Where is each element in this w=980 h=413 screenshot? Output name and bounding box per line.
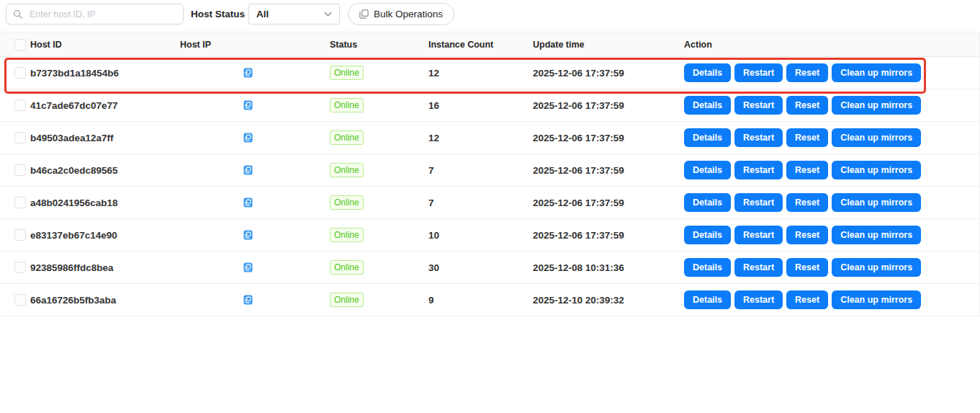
bulk-operations-label: Bulk Operations xyxy=(374,9,443,19)
action-clean-up-mirrors-button[interactable]: Clean up mirrors xyxy=(832,63,921,82)
action-clean-up-mirrors-button[interactable]: Clean up mirrors xyxy=(832,128,921,147)
chevron-down-icon xyxy=(323,9,333,19)
bulk-operations-icon xyxy=(359,9,369,19)
action-reset-button[interactable]: Reset xyxy=(786,290,828,309)
host-status-label: Host Status xyxy=(191,0,245,29)
host-id-value: b49503adea12a7ff xyxy=(30,133,114,143)
action-restart-button[interactable]: Restart xyxy=(734,290,783,309)
column-header-instance-count: Instance Count xyxy=(428,40,533,50)
table-row: 92385986ffdc8bea Online 30 2025-12-08 10… xyxy=(0,252,979,284)
status-badge: Online xyxy=(330,195,364,210)
row-checkbox[interactable] xyxy=(14,132,26,143)
status-badge: Online xyxy=(330,130,364,145)
action-details-button[interactable]: Details xyxy=(684,193,731,212)
update-time-value: 2025-12-10 20:39:32 xyxy=(533,295,624,306)
action-reset-button[interactable]: Reset xyxy=(786,63,828,82)
table-row: b49503adea12a7ff Online 12 2025-12-06 17… xyxy=(0,122,979,154)
search-icon xyxy=(13,9,23,19)
status-badge: Online xyxy=(330,66,364,80)
status-badge: Online xyxy=(330,260,364,275)
action-details-button[interactable]: Details xyxy=(684,128,731,147)
row-checkbox[interactable] xyxy=(14,164,26,176)
column-header-host-id: Host ID xyxy=(30,40,180,50)
action-clean-up-mirrors-button[interactable]: Clean up mirrors xyxy=(832,290,921,309)
host-status-value: All xyxy=(256,9,269,19)
update-time-value: 2025-12-08 10:31:36 xyxy=(533,262,624,273)
host-status-select[interactable]: All xyxy=(248,4,340,25)
host-id-value: 41c7ade67dc07e77 xyxy=(30,100,118,111)
action-restart-button[interactable]: Restart xyxy=(734,128,783,147)
action-buttons: DetailsRestartResetClean up mirrors xyxy=(684,96,979,115)
action-details-button[interactable]: Details xyxy=(684,63,731,82)
action-restart-button[interactable]: Restart xyxy=(734,193,783,212)
action-restart-button[interactable]: Restart xyxy=(734,258,783,277)
action-restart-button[interactable]: Restart xyxy=(734,63,783,82)
action-reset-button[interactable]: Reset xyxy=(786,258,828,277)
action-clean-up-mirrors-button[interactable]: Clean up mirrors xyxy=(832,193,921,212)
action-details-button[interactable]: Details xyxy=(684,258,731,277)
action-clean-up-mirrors-button[interactable]: Clean up mirrors xyxy=(832,226,921,244)
action-restart-button[interactable]: Restart xyxy=(734,161,783,179)
update-time-value: 2025-12-06 17:37:59 xyxy=(533,230,624,241)
row-checkbox[interactable] xyxy=(14,99,26,111)
row-checkbox[interactable] xyxy=(14,294,26,306)
action-details-button[interactable]: Details xyxy=(684,226,731,244)
update-time-value: 2025-12-06 17:37:59 xyxy=(533,133,624,143)
action-restart-button[interactable]: Restart xyxy=(734,226,783,244)
instance-count-value: 12 xyxy=(428,133,439,143)
update-time-value: 2025-12-06 17:37:59 xyxy=(533,68,624,79)
column-header-update-time: Update time xyxy=(533,40,684,50)
action-reset-button[interactable]: Reset xyxy=(786,128,828,147)
bulk-operations-button[interactable]: Bulk Operations xyxy=(348,3,454,25)
select-all-checkbox[interactable] xyxy=(14,39,26,50)
column-header-action: Action xyxy=(684,40,979,50)
table-row: 66a16726b5fb3aba Online 9 2025-12-10 20:… xyxy=(0,284,979,316)
action-details-button[interactable]: Details xyxy=(684,96,731,115)
host-id-value: b46ca2c0edc89565 xyxy=(30,165,118,176)
copy-icon[interactable] xyxy=(243,295,253,305)
action-buttons: DetailsRestartResetClean up mirrors xyxy=(684,128,979,147)
row-checkbox[interactable] xyxy=(14,197,26,208)
action-buttons: DetailsRestartResetClean up mirrors xyxy=(684,258,979,277)
status-badge: Online xyxy=(330,228,364,242)
hosts-table: Host ID Host IP Status Instance Count Up… xyxy=(0,32,980,316)
copy-icon[interactable] xyxy=(243,68,253,78)
instance-count-value: 7 xyxy=(428,197,434,208)
host-id-value: 66a16726b5fb3aba xyxy=(30,295,116,306)
instance-count-value: 12 xyxy=(428,68,439,79)
action-buttons: DetailsRestartResetClean up mirrors xyxy=(684,193,979,212)
action-buttons: DetailsRestartResetClean up mirrors xyxy=(684,63,979,82)
table-row: b46ca2c0edc89565 Online 7 2025-12-06 17:… xyxy=(0,154,979,187)
host-id-value: a48b0241956cab18 xyxy=(30,197,118,208)
status-badge: Online xyxy=(330,163,364,177)
copy-icon[interactable] xyxy=(243,197,253,208)
instance-count-value: 10 xyxy=(428,230,439,241)
row-checkbox[interactable] xyxy=(14,262,26,273)
action-details-button[interactable]: Details xyxy=(684,161,731,179)
copy-icon[interactable] xyxy=(243,133,253,143)
action-clean-up-mirrors-button[interactable]: Clean up mirrors xyxy=(832,161,921,179)
action-reset-button[interactable]: Reset xyxy=(786,161,828,179)
copy-icon[interactable] xyxy=(243,262,253,272)
row-checkbox[interactable] xyxy=(14,67,26,79)
host-search-box[interactable] xyxy=(6,4,184,25)
table-row: 41c7ade67dc07e77 Online 16 2025-12-06 17… xyxy=(0,89,979,122)
toolbar: Host Status All Bulk Operations xyxy=(0,0,980,29)
host-id-value: 92385986ffdc8bea xyxy=(30,262,114,273)
copy-icon[interactable] xyxy=(243,100,253,110)
action-reset-button[interactable]: Reset xyxy=(786,96,828,115)
action-reset-button[interactable]: Reset xyxy=(786,193,828,212)
action-reset-button[interactable]: Reset xyxy=(786,226,828,244)
update-time-value: 2025-12-06 17:37:59 xyxy=(533,100,624,111)
action-clean-up-mirrors-button[interactable]: Clean up mirrors xyxy=(832,258,921,277)
search-input[interactable] xyxy=(28,9,177,20)
table-row: a48b0241956cab18 Online 7 2025-12-06 17:… xyxy=(0,187,979,219)
action-clean-up-mirrors-button[interactable]: Clean up mirrors xyxy=(832,96,921,115)
row-checkbox[interactable] xyxy=(14,229,26,241)
instance-count-value: 7 xyxy=(428,165,434,176)
table-header-row: Host ID Host IP Status Instance Count Up… xyxy=(0,32,979,57)
action-details-button[interactable]: Details xyxy=(684,290,731,309)
copy-icon[interactable] xyxy=(243,165,253,175)
copy-icon[interactable] xyxy=(243,230,253,240)
action-restart-button[interactable]: Restart xyxy=(734,96,783,115)
